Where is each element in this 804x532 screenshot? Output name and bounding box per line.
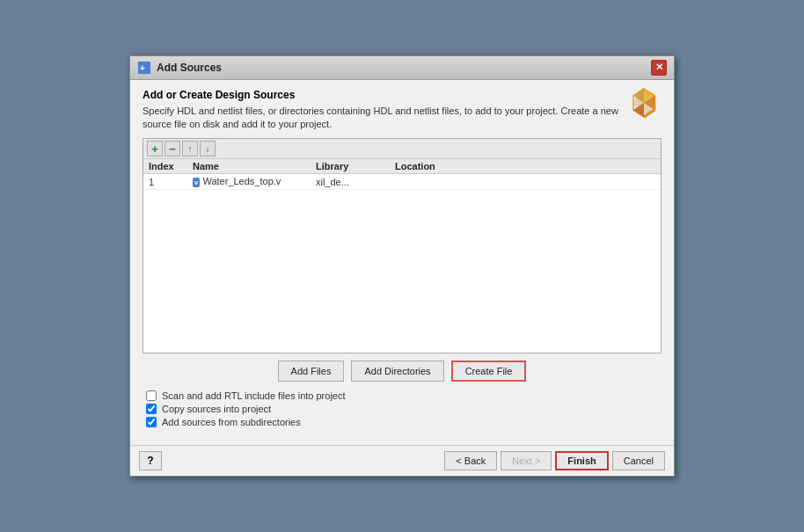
title-bar-left: + Add Sources [137,61,222,75]
table-toolbar: + − ↑ ↓ [143,139,661,159]
dialog-title: Add Sources [157,62,222,74]
action-buttons-row: Add Files Add Directories Create File [143,361,661,382]
cell-location [390,174,661,190]
dialog-body: Add or Create Design Sources Specify HDL… [130,80,674,446]
move-down-button[interactable]: ↓ [200,141,216,157]
sources-table: Index Name Library Location 1 vWater_Led… [143,159,661,190]
description: Specify HDL and netlist files, or direct… [143,105,661,132]
add-sources-dialog: + Add Sources ✕ [129,55,675,477]
cell-index: 1 [143,174,187,190]
add-directories-button[interactable]: Add Directories [351,361,443,382]
scan-rtl-label: Scan and add RTL include files into proj… [162,390,346,401]
table-content: Index Name Library Location 1 vWater_Led… [143,159,661,353]
checkbox-row-1: Scan and add RTL include files into proj… [146,390,658,401]
help-button[interactable]: ? [139,451,162,470]
section-title: Add or Create Design Sources [143,89,661,101]
col-header-name: Name [187,159,311,174]
vivado-logo [626,85,661,120]
cell-name: vWater_Leds_top.v [187,174,311,190]
back-button[interactable]: < Back [444,451,497,470]
checkbox-row-2: Copy sources into project [146,404,658,414]
add-subdirs-checkbox[interactable] [146,417,157,427]
copy-sources-label: Copy sources into project [162,404,271,414]
scan-rtl-checkbox[interactable] [146,390,157,401]
checkbox-row-3: Add sources from subdirectories [146,417,658,427]
cancel-button[interactable]: Cancel [612,451,665,470]
nav-buttons: < Back Next > Finish Cancel [444,451,665,470]
add-files-button[interactable]: Add Files [278,361,345,382]
move-up-button[interactable]: ↑ [182,141,198,157]
create-file-button[interactable]: Create File [451,361,527,382]
col-header-library: Library [311,159,390,174]
close-button[interactable]: ✕ [651,60,667,76]
footer-row: ? < Back Next > Finish Cancel [130,445,674,476]
add-subdirs-label: Add sources from subdirectories [162,417,301,427]
sources-table-container: + − ↑ ↓ Index Name Library Location [143,138,661,353]
next-button[interactable]: Next > [501,451,552,470]
dialog-icon: + [137,61,151,75]
title-bar: + Add Sources ✕ [130,56,674,80]
table-row[interactable]: 1 vWater_Leds_top.v xil_de... [143,174,661,190]
col-header-location: Location [390,159,661,174]
svg-text:+: + [140,63,145,73]
col-header-index: Index [143,159,187,174]
checkboxes-area: Scan and add RTL include files into proj… [143,390,661,427]
cell-library: xil_de... [311,174,390,190]
copy-sources-checkbox[interactable] [146,404,157,414]
add-row-button[interactable]: + [147,141,163,157]
finish-button[interactable]: Finish [555,451,608,470]
remove-row-button[interactable]: − [164,141,180,157]
